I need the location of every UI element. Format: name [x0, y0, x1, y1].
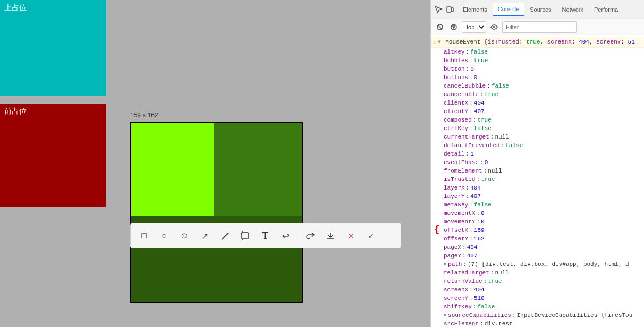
emoji-tool-button[interactable]: ☺	[176, 228, 192, 244]
buttons-prop: buttons: 0	[431, 73, 644, 82]
webpage-panel: 上占位 前占位 159 x 162 □ ○ ☺ ↗ — T ↩	[0, 0, 430, 327]
pageY-prop: pageY: 407	[431, 252, 644, 260]
button-prop: button: 0	[431, 65, 644, 73]
devtools-content[interactable]: ⚠ ▼ MouseEvent {isTrusted: true, screenX…	[431, 35, 644, 327]
cancelable-prop: cancelable: true	[431, 90, 644, 99]
crop-tool-button[interactable]	[237, 228, 253, 244]
svg-line-4	[438, 25, 442, 29]
line-tool-button[interactable]: —	[214, 225, 236, 247]
isTrusted-prop: isTrusted: true	[431, 175, 644, 184]
layerY-prop: layerY: 407	[431, 192, 644, 201]
filter-input[interactable]	[502, 21, 577, 33]
altKey-prop: altKey: false	[431, 48, 644, 56]
sourcecapabilities-prop: ▶ sourceCapabilities : InputDeviceCapabi…	[431, 311, 644, 320]
defaultPrevented-prop: defaultPrevented: false	[431, 141, 644, 150]
canvas-container: 159 x 162	[130, 122, 303, 303]
log-entry-mouse-event: ⚠ ▼ MouseEvent {isTrusted: true, screenX…	[431, 37, 644, 48]
svg-point-9	[494, 26, 495, 28]
shiftkey-prop: shiftKey : false	[431, 303, 644, 311]
layerX-prop: layerX: 404	[431, 184, 644, 192]
tab-network[interactable]: Network	[557, 3, 589, 16]
clientY-prop: clientY: 407	[431, 107, 644, 116]
svg-rect-2	[451, 8, 453, 12]
srcelement-prop: srcElement : div.test	[431, 320, 644, 327]
eye-icon[interactable]	[488, 21, 500, 33]
related-target-prop: relatedTarget : null	[431, 269, 644, 277]
return-value-prop: returnValue : true	[431, 277, 644, 286]
brace-highlight: {	[434, 225, 440, 234]
prop-list: altKey: falsebubbles: truebutton: 0butto…	[431, 48, 644, 260]
filter-button[interactable]	[448, 21, 460, 33]
eventPhase-prop: eventPhase: 0	[431, 158, 644, 167]
front-placeholder: 前占位	[0, 104, 106, 207]
devtools-tabs: Elements Console Sources Network Perform…	[431, 0, 644, 19]
share-tool-button[interactable]	[302, 228, 318, 244]
image-toolbar: □ ○ ☺ ↗ — T ↩ ✕ ✓	[130, 223, 401, 248]
currentTarget-prop: currentTarget: null	[431, 133, 644, 141]
circle-tool-button[interactable]: ○	[156, 228, 172, 244]
size-label: 159 x 162	[130, 111, 158, 119]
context-select[interactable]: top	[462, 21, 486, 33]
device-icon[interactable]	[445, 4, 455, 15]
rectangle-tool-button[interactable]: □	[136, 228, 152, 244]
metaKey-prop: metaKey: false	[431, 201, 644, 209]
arrow-tool-button[interactable]: ↗	[197, 228, 213, 244]
tab-elements[interactable]: Elements	[457, 3, 493, 16]
svg-rect-0	[242, 233, 248, 239]
offsetX-prop: {offsetX: 159	[431, 226, 644, 235]
movementX-prop: movementX: 0	[431, 209, 644, 218]
canvas-box[interactable]	[130, 122, 303, 303]
inspect-icon[interactable]	[433, 4, 444, 15]
top-placeholder: 上占位	[0, 0, 106, 96]
confirm-button[interactable]: ✓	[363, 228, 379, 244]
composed-prop: composed: true	[431, 116, 644, 124]
green-dark-area	[214, 123, 303, 216]
green-light-area	[131, 123, 214, 216]
tab-performance[interactable]: Performa	[589, 3, 623, 16]
devtools-panel: Elements Console Sources Network Perform…	[430, 0, 644, 327]
ctrlKey-prop: ctrlKey: false	[431, 124, 644, 133]
cancelBubble-prop: cancelBubble: false	[431, 82, 644, 90]
tab-console[interactable]: Console	[493, 3, 524, 16]
clientX-prop: clientX: 404	[431, 99, 644, 107]
toolbar-divider	[298, 229, 298, 242]
cancel-button[interactable]: ✕	[343, 228, 359, 244]
offsetY-prop: offsetY: 162	[431, 235, 644, 243]
pageX-prop: pageX: 404	[431, 243, 644, 252]
download-tool-button[interactable]	[323, 228, 338, 244]
fromElement-prop: fromElement: null	[431, 167, 644, 175]
undo-tool-button[interactable]: ↩	[277, 228, 293, 244]
screeny-prop: screenY : 510	[431, 294, 644, 303]
screenx-prop: screenX : 404	[431, 286, 644, 294]
collapse-arrow[interactable]: ▼	[438, 39, 441, 45]
path-prop: ▶ path : (7) [div.test, div.box, div#app…	[431, 260, 644, 269]
movementY-prop: movementY: 0	[431, 218, 644, 226]
bubbles-prop: bubbles: true	[431, 56, 644, 65]
clear-console-button[interactable]	[434, 21, 446, 33]
svg-rect-1	[447, 7, 451, 12]
detail-prop: detail: 1	[431, 150, 644, 158]
tab-sources[interactable]: Sources	[524, 3, 556, 16]
text-tool-button[interactable]: T	[257, 228, 273, 244]
warning-icon: ⚠	[433, 38, 437, 46]
devtools-toolbar: top	[431, 19, 644, 35]
